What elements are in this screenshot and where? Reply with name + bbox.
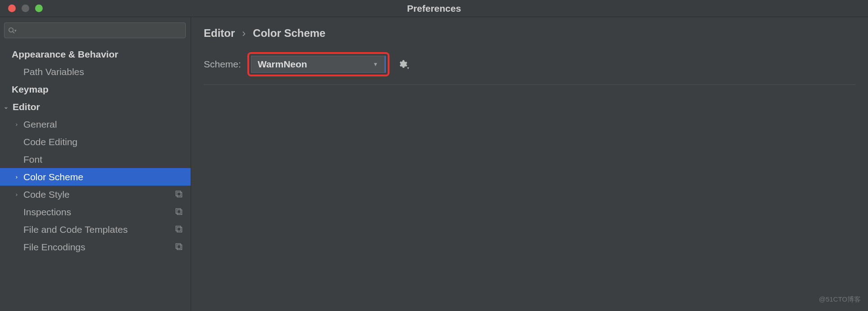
chevron-right-icon[interactable]: › (13, 121, 20, 128)
profile-scope-icon (175, 207, 183, 218)
close-window-button[interactable] (8, 4, 16, 12)
search-box[interactable]: ▾ (4, 22, 186, 38)
svg-rect-2 (176, 191, 181, 196)
sidebar-item-label: File and Code Templates (23, 224, 128, 235)
breadcrumb: Editor › Color Scheme (204, 27, 855, 40)
sidebar-item-file-encodings[interactable]: File Encodings (0, 238, 191, 256)
window-title: Preferences (407, 3, 461, 14)
svg-point-0 (9, 28, 13, 32)
scheme-row: Scheme: WarmNeon ▼ ▼ (204, 52, 855, 85)
scheme-select-value: WarmNeon (258, 59, 307, 70)
sidebar-item-code-style[interactable]: ›Code Style (0, 186, 191, 203)
settings-tree: Appearance & BehaviorPath VariablesKeyma… (0, 42, 191, 311)
sidebar-item-label: Code Style (23, 189, 70, 200)
main-panel: Editor › Color Scheme Scheme: WarmNeon ▼… (191, 17, 868, 311)
svg-rect-8 (176, 244, 181, 249)
sidebar-item-label: File Encodings (23, 242, 85, 253)
svg-rect-7 (177, 227, 182, 232)
sidebar-item-label: Editor (13, 102, 40, 112)
breadcrumb-item[interactable]: Editor (204, 27, 235, 40)
scheme-actions-button[interactable]: ▼ (398, 59, 407, 69)
sidebar-item-label: Keymap (12, 84, 49, 95)
sidebar-item-font[interactable]: Font (0, 151, 191, 168)
search-icon (8, 27, 15, 34)
search-input[interactable] (19, 26, 182, 35)
sidebar-item-inspections[interactable]: Inspections (0, 203, 191, 221)
sidebar-item-appearance-behavior[interactable]: Appearance & Behavior (0, 45, 191, 63)
chevron-right-icon[interactable]: › (13, 173, 20, 180)
traffic-lights (8, 4, 43, 12)
sidebar-item-label: Appearance & Behavior (12, 49, 118, 60)
sidebar-item-color-scheme[interactable]: ›Color Scheme (0, 168, 191, 186)
dropdown-arrow-icon: ▼ (407, 67, 410, 70)
svg-rect-6 (176, 226, 181, 231)
profile-scope-icon (175, 242, 183, 253)
sidebar-item-general[interactable]: ›General (0, 116, 191, 133)
sidebar-item-path-variables[interactable]: Path Variables (0, 63, 191, 80)
annotation-highlight: WarmNeon ▼ (247, 52, 389, 76)
gear-icon (398, 59, 407, 69)
sidebar-item-file-and-code-templates[interactable]: File and Code Templates (0, 221, 191, 238)
sidebar-item-label: Font (23, 154, 42, 165)
sidebar-item-editor[interactable]: ⌄Editor (0, 98, 191, 116)
sidebar: ▾ Appearance & BehaviorPath VariablesKey… (0, 17, 191, 311)
maximize-window-button[interactable] (35, 4, 43, 12)
svg-rect-5 (177, 209, 182, 214)
sidebar-item-label: Color Scheme (23, 172, 83, 182)
scheme-label: Scheme: (204, 59, 241, 70)
content-area: ▾ Appearance & BehaviorPath VariablesKey… (0, 17, 868, 311)
minimize-window-button[interactable] (22, 4, 29, 12)
breadcrumb-item[interactable]: Color Scheme (253, 27, 325, 40)
sidebar-item-label: General (23, 119, 57, 130)
sidebar-item-label: Inspections (23, 207, 71, 218)
search-wrap: ▾ (0, 17, 191, 42)
profile-scope-icon (175, 189, 183, 200)
breadcrumb-separator: › (242, 27, 246, 40)
watermark: @51CTO博客 (819, 295, 861, 304)
chevron-right-icon[interactable]: › (13, 191, 20, 198)
svg-rect-9 (177, 244, 182, 249)
profile-scope-icon (175, 224, 183, 235)
chevron-down-icon: ▼ (373, 61, 378, 67)
search-dropdown-icon[interactable]: ▾ (14, 28, 17, 33)
sidebar-item-label: Code Editing (23, 137, 77, 147)
titlebar: Preferences (0, 0, 868, 17)
scheme-select[interactable]: WarmNeon ▼ (251, 56, 386, 73)
sidebar-item-label: Path Variables (23, 67, 84, 77)
sidebar-item-code-editing[interactable]: Code Editing (0, 133, 191, 151)
svg-rect-4 (176, 209, 181, 213)
svg-rect-3 (177, 192, 182, 197)
sidebar-item-keymap[interactable]: Keymap (0, 80, 191, 98)
chevron-down-icon[interactable]: ⌄ (3, 103, 9, 110)
